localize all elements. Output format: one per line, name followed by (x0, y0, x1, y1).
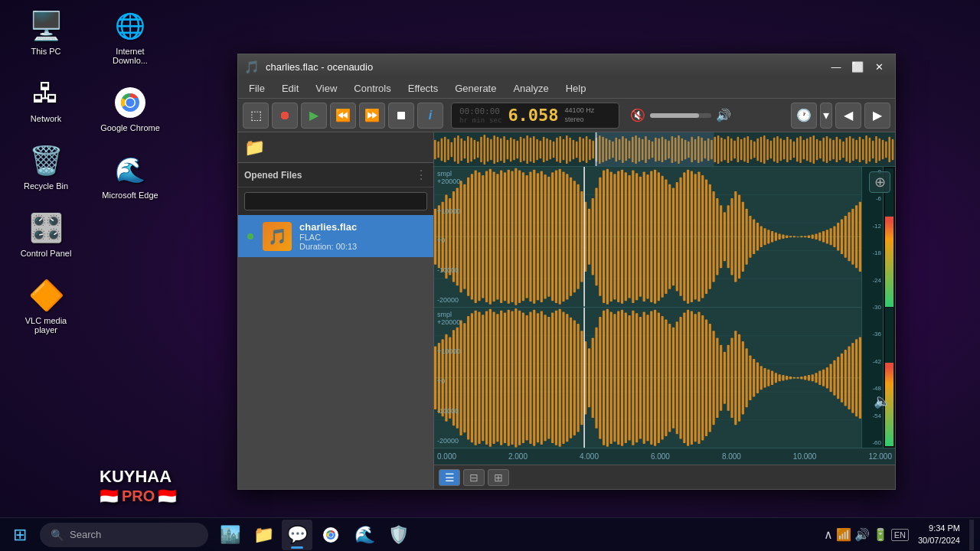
menu-view[interactable]: View (308, 81, 345, 96)
svg-rect-364 (738, 334, 740, 421)
vlc-label: VLC media player (15, 316, 77, 334)
panel-handle-icon[interactable]: ⋮ (415, 168, 427, 182)
svg-rect-27 (493, 135, 495, 164)
svg-rect-212 (635, 173, 638, 300)
menu-edit[interactable]: Edit (274, 81, 306, 96)
volume-icon[interactable]: 🔊 (854, 527, 870, 542)
dual-channel-waveform[interactable]: smpl +20000 +10000 +0 -10000 -20000 (434, 167, 861, 448)
svg-rect-256 (797, 236, 799, 237)
top-channel[interactable]: smpl +20000 +10000 +0 -10000 -20000 (434, 167, 861, 308)
desktop-icon-vlc[interactable]: 🔶 VLC media player (15, 277, 77, 334)
desktop-icon-recycle-bin[interactable]: 🗑️ Recycle Bin (15, 142, 77, 191)
svg-rect-371 (763, 367, 766, 387)
svg-rect-45 (553, 142, 555, 158)
maximize-button[interactable]: ⬜ (848, 59, 867, 74)
prev-button[interactable]: ◀ (835, 103, 861, 129)
svg-rect-194 (570, 178, 572, 296)
select-tool-button[interactable]: ⬚ (243, 103, 269, 129)
clock-button[interactable]: 🕐 (791, 103, 817, 129)
taskbar-app-shield[interactable]: 🛡️ (383, 520, 413, 550)
svg-rect-98 (727, 136, 730, 163)
lcd-display: 00:00:00 hr min sec 6.058 44100 Hz stere… (451, 103, 619, 129)
taskbar-time-display[interactable]: 9:34 PM 30/07/2024 (918, 523, 963, 546)
desktop-icon-this-pc[interactable]: 🖥️ This PC (15, 8, 77, 56)
taskbar-app-chrome2[interactable] (315, 520, 346, 550)
show-desktop-button[interactable] (969, 520, 974, 550)
desktop-icon-ie[interactable]: 🌐 Internet Downlo... (100, 8, 161, 65)
svg-rect-119 (796, 138, 799, 161)
svg-rect-120 (799, 136, 802, 163)
file-thumbnail: 🎵 (263, 222, 292, 251)
taskbar-app-city[interactable]: 🏙️ (214, 520, 245, 550)
info-button[interactable]: i (417, 103, 443, 129)
svg-rect-354 (701, 315, 704, 440)
list-view-button[interactable]: ☰ (439, 469, 460, 486)
stop-button[interactable]: ⏹ (388, 103, 414, 129)
menu-help[interactable]: Help (558, 81, 594, 96)
lcd-time-label: 00:00:00 hr min sec (459, 106, 501, 124)
taskbar-search-bar[interactable]: 🔍 Search (40, 523, 208, 547)
svg-rect-344 (665, 319, 667, 435)
waveform-y-wrapper: smpl +20000 +10000 +0 -10000 -20000 (434, 167, 895, 448)
record-button[interactable]: ⏺ (272, 103, 298, 129)
clock-dropdown-button[interactable]: ▾ (820, 103, 832, 129)
svg-rect-396 (855, 339, 858, 416)
network-status-icon[interactable]: 📶 (836, 527, 851, 542)
svg-rect-326 (599, 316, 601, 439)
taskbar-app-whatsapp[interactable]: 💬 (282, 520, 312, 550)
volume-slider[interactable] (650, 113, 711, 118)
detail-view-button[interactable]: ⊟ (463, 469, 485, 486)
svg-rect-55 (586, 136, 588, 163)
file-search-input[interactable] (244, 192, 427, 210)
svg-rect-319 (573, 320, 576, 435)
language-icon[interactable]: EN (891, 529, 909, 541)
svg-rect-368 (753, 358, 755, 396)
svg-rect-390 (833, 360, 835, 395)
svg-rect-102 (740, 139, 743, 160)
fast-forward-button[interactable]: ⏩ (359, 103, 385, 129)
desktop-icon-chrome[interactable]: Google Chrome (100, 84, 161, 132)
svg-rect-172 (489, 169, 492, 305)
svg-rect-166 (467, 178, 469, 296)
svg-rect-332 (621, 309, 623, 445)
svg-rect-289 (463, 323, 466, 432)
taskbar-app-edge2[interactable]: 🌊 (349, 520, 380, 550)
volume-icon[interactable]: 🔇 (630, 108, 645, 122)
chevron-up-icon[interactable]: ∧ (824, 527, 833, 542)
svg-rect-201 (595, 187, 597, 285)
this-pc-label: This PC (31, 47, 60, 56)
start-button[interactable]: ⊞ (6, 521, 34, 549)
close-button[interactable]: ✕ (869, 59, 889, 74)
battery-icon[interactable]: 🔋 (873, 527, 888, 542)
menu-file[interactable]: File (241, 81, 273, 96)
next-button[interactable]: ▶ (864, 103, 890, 129)
zoom-in-button[interactable]: ⊕ (869, 171, 890, 193)
grid-view-button[interactable]: ⊞ (488, 469, 509, 486)
volume-max-icon[interactable]: 🔊 (716, 108, 731, 122)
menu-controls[interactable]: Controls (346, 81, 398, 96)
file-list-item[interactable]: 🎵 charlies.flac FLAC Duration: 00:13 (238, 215, 433, 257)
taskbar-app-folder[interactable]: 📁 (248, 520, 279, 550)
desktop-icon-edge[interactable]: 🌊 Microsoft Edge (100, 152, 161, 200)
svg-rect-251 (779, 234, 781, 240)
svg-rect-36 (523, 139, 525, 161)
desktop-icon-control-panel[interactable]: 🎛️ Control Panel (15, 210, 77, 258)
mini-waveform[interactable] (434, 132, 895, 167)
menu-generate[interactable]: Generate (447, 81, 504, 96)
rewind-button[interactable]: ⏪ (330, 103, 356, 129)
svg-rect-320 (577, 324, 580, 432)
svg-rect-266 (833, 227, 835, 247)
minimize-button[interactable]: — (826, 59, 846, 74)
menu-effects[interactable]: Effects (400, 81, 446, 96)
svg-rect-376 (782, 375, 784, 380)
svg-rect-246 (760, 227, 763, 247)
this-pc-icon: 🖥️ (28, 8, 64, 44)
desktop-icon-network[interactable]: 🖧 Network (15, 75, 77, 123)
svg-rect-222 (672, 187, 675, 285)
bottom-channel[interactable]: smpl +20000 +10000 +0 -10000 -20000 (434, 308, 861, 448)
menu-analyze[interactable]: Analyze (505, 81, 556, 96)
speaker-button[interactable]: 🔈 (874, 393, 890, 409)
svg-rect-361 (727, 344, 730, 410)
svg-rect-213 (639, 177, 642, 297)
play-button[interactable]: ▶ (301, 103, 327, 129)
